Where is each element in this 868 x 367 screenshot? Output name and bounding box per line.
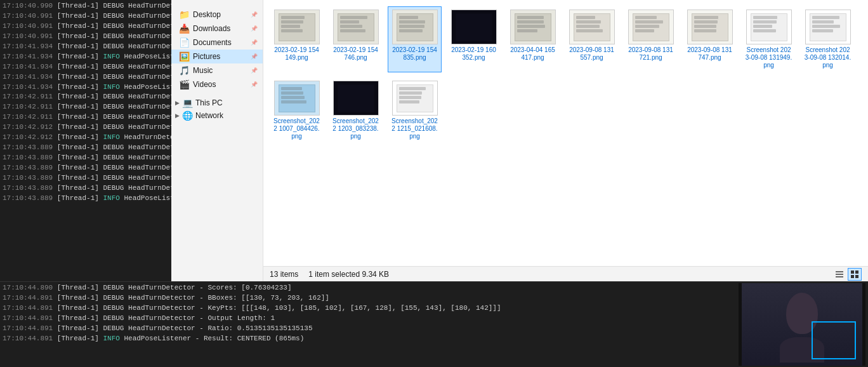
file-item[interactable]: Screenshot 2023-09-08 131949.png xyxy=(742,6,796,72)
log-line: 17:10:43.889 [Thread-1] DEBUG HeadTurnDe… xyxy=(3,184,169,194)
file-name: 2023-02-19 154835.png xyxy=(391,46,438,62)
chevron-this-pc: ▶ xyxy=(175,100,180,106)
sidebar-label-videos: Videos xyxy=(193,80,216,89)
sidebar-label-documents: Documents xyxy=(193,38,232,47)
chevron-network: ▶ xyxy=(175,112,180,119)
svg-rect-6 xyxy=(855,275,858,278)
log-line: 17:10:40.991 [Thread-1] DEBUG HeadTurnDe… xyxy=(3,22,169,32)
camera-feed xyxy=(742,283,862,366)
file-name: 2023-04-04 165417.png xyxy=(509,46,556,62)
file-item[interactable]: 2023-02-19 154149.png xyxy=(270,6,324,72)
file-name: Screenshot_2022 1203_083238.png xyxy=(332,117,379,140)
svg-rect-5 xyxy=(851,275,854,278)
file-name: 2023-02-19 160352.png xyxy=(450,46,497,62)
log-line: 17:10:43.889 [Thread-1] INFO HeadPoseLis… xyxy=(3,194,169,204)
sidebar-group-this-pc[interactable]: ▶ 💻 This PC xyxy=(171,97,263,109)
svg-rect-4 xyxy=(855,270,858,274)
file-item[interactable]: Screenshot_2022 1203_083238.png xyxy=(329,77,383,143)
face-detection-rect xyxy=(812,321,856,359)
sidebar-item-pictures[interactable]: 🖼️ Pictures 📌 xyxy=(171,50,263,63)
status-bar: 13 items 1 item selected 9.34 KB xyxy=(263,266,868,281)
sidebar-label-this-pc: This PC xyxy=(195,98,223,107)
file-name: Screenshot 2023-09-08 132014.png xyxy=(804,46,852,69)
sidebar-item-downloads[interactable]: 📥 Downloads 📌 xyxy=(171,22,263,36)
sidebar-label-network: Network xyxy=(195,111,223,120)
file-name: 2023-09-08 131747.png xyxy=(686,46,733,62)
computer-icon: 💻 xyxy=(182,98,193,108)
svg-rect-3 xyxy=(851,270,854,274)
terminal-log: 17:10:44.890 [Thread-1] DEBUG HeadTurnDe… xyxy=(3,283,739,366)
sidebar-item-videos[interactable]: 🎬 Videos 📌 xyxy=(171,77,263,91)
svg-rect-2 xyxy=(836,276,843,277)
file-thumbnail xyxy=(451,10,497,44)
log-line: 17:10:41.934 [Thread-1] INFO HeadPoseLis… xyxy=(3,52,169,62)
network-icon: 🌐 xyxy=(182,110,193,121)
items-count: 13 items xyxy=(270,270,298,279)
log-line: 17:10:40.990 [Thread-1] DEBUG HeadTurnDe… xyxy=(3,1,169,11)
file-thumbnail xyxy=(333,10,379,44)
sidebar: 📁 Desktop 📌 📥 Downloads 📌 📄 Documents 📌 xyxy=(171,0,263,281)
file-item[interactable]: Screenshot_2022 1007_084426.png xyxy=(270,77,324,143)
pin-icon: 📌 xyxy=(251,11,258,18)
file-thumbnail xyxy=(746,10,792,44)
file-name: Screenshot 2023-09-08 131949.png xyxy=(745,46,792,69)
file-item[interactable]: 2023-09-08 131747.png xyxy=(683,6,737,72)
sidebar-item-documents[interactable]: 📄 Documents 📌 xyxy=(171,36,263,50)
terminal-line: 17:10:44.891 [Thread-1] INFO HeadPoseLis… xyxy=(3,334,739,344)
file-explorer: 📁 Desktop 📌 📥 Downloads 📌 📄 Documents 📌 xyxy=(171,0,868,281)
file-item[interactable]: 2023-02-19 160352.png xyxy=(447,6,501,72)
file-item[interactable]: Screenshot 2023-09-08 132014.png xyxy=(801,6,855,72)
log-line: 17:10:41.934 [Thread-1] INFO HeadPoseLis… xyxy=(3,83,169,93)
terminal-line: 17:10:44.891 [Thread-1] DEBUG HeadTurnDe… xyxy=(3,304,739,314)
pin-icon-downloads: 📌 xyxy=(251,25,258,32)
file-name: Screenshot_2022 1007_084426.png xyxy=(273,117,320,140)
file-thumbnail xyxy=(333,81,379,116)
quick-access-section: 📁 Desktop 📌 📥 Downloads 📌 📄 Documents 📌 xyxy=(171,8,263,91)
file-item[interactable]: Screenshot_2022 1215_021608.png xyxy=(388,77,442,143)
terminal-line: 17:10:44.891 [Thread-1] DEBUG HeadTurnDe… xyxy=(3,324,739,334)
log-line: 17:10:40.991 [Thread-1] DEBUG HeadTurnDe… xyxy=(3,32,169,42)
sidebar-item-desktop[interactable]: 📁 Desktop 📌 xyxy=(171,8,263,22)
file-item[interactable]: 2023-02-19 154746.png xyxy=(329,6,383,72)
file-thumbnail xyxy=(569,10,615,44)
view-icons xyxy=(832,268,862,281)
log-line: 17:10:41.934 [Thread-1] DEBUG HeadTurnDe… xyxy=(3,62,169,72)
file-thumbnail xyxy=(392,10,438,44)
terminal-line: 17:10:44.891 [Thread-1] DEBUG HeadTurnDe… xyxy=(3,293,739,304)
log-line: 17:10:43.889 [Thread-1] DEBUG HeadTurnDe… xyxy=(3,173,169,184)
pin-icon-pictures: 📌 xyxy=(251,53,258,60)
log-line: 17:10:43.889 [Thread-1] DEBUG HeadTurnDe… xyxy=(3,153,169,163)
file-item[interactable]: 2023-09-08 131721.png xyxy=(624,6,678,72)
file-item[interactable]: 2023-02-19 154835.png xyxy=(388,6,442,72)
file-name: 2023-02-19 154746.png xyxy=(332,46,379,62)
file-item[interactable]: 2023-09-08 131557.png xyxy=(565,6,619,72)
sidebar-item-music[interactable]: 🎵 Music 📌 xyxy=(171,63,263,77)
file-thumbnail xyxy=(392,81,438,116)
file-name: 2023-02-19 154149.png xyxy=(273,46,320,62)
selected-info: 1 item selected 9.34 KB xyxy=(308,270,389,279)
terminal-line: 17:10:44.891 [Thread-1] DEBUG HeadTurnDe… xyxy=(3,314,739,324)
file-item[interactable]: 2023-04-04 165417.png xyxy=(506,6,560,72)
folder-videos-icon: 🎬 xyxy=(179,79,189,90)
log-line: 17:10:42.912 [Thread-1] DEBUG HeadTurnDe… xyxy=(3,123,169,133)
terminal-line: 17:10:44.890 [Thread-1] DEBUG HeadTurnDe… xyxy=(3,283,739,293)
file-name: Screenshot_2022 1215_021608.png xyxy=(391,117,438,140)
grid-view-button[interactable] xyxy=(848,268,862,281)
sidebar-label-downloads: Downloads xyxy=(193,24,230,33)
log-line: 17:10:42.911 [Thread-1] DEBUG HeadTurnDe… xyxy=(3,112,169,123)
pin-icon-videos: 📌 xyxy=(251,81,258,88)
log-line: 17:10:41.934 [Thread-1] DEBUG HeadTurnDe… xyxy=(3,42,169,52)
pin-icon-music: 📌 xyxy=(251,67,258,74)
sidebar-label-music: Music xyxy=(193,66,213,75)
folder-pictures-icon: 🖼️ xyxy=(179,51,189,62)
file-name: 2023-09-08 131721.png xyxy=(627,46,674,62)
file-thumbnail xyxy=(805,10,851,44)
file-thumbnail xyxy=(274,81,320,116)
sidebar-label-desktop: Desktop xyxy=(193,10,221,19)
list-view-button[interactable] xyxy=(832,268,846,281)
log-line: 17:10:43.889 [Thread-1] DEBUG HeadTurnDe… xyxy=(3,143,169,153)
svg-rect-1 xyxy=(836,274,843,275)
sidebar-group-network[interactable]: ▶ 🌐 Network xyxy=(171,109,263,122)
folder-documents-icon: 📄 xyxy=(179,37,189,48)
content-area: 2023-02-19 154149.png2023-02-19 154746.p… xyxy=(263,0,868,281)
